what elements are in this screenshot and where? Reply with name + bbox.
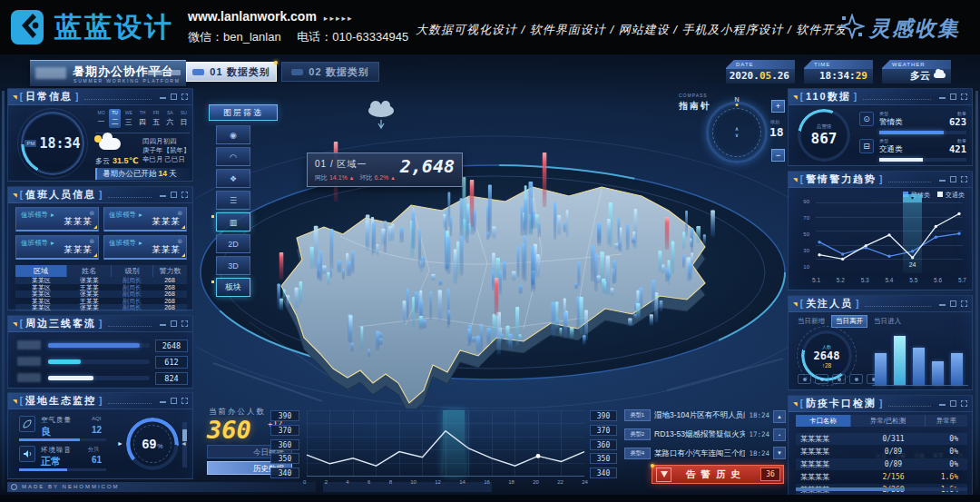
website-url[interactable]: www.lanlanwork.com (188, 9, 317, 24)
week-col-2[interactable]: WE三 (122, 109, 134, 128)
alert-row[interactable]: 类型2 RD13-53烟感报警疑似火灾 17:24 (624, 427, 769, 442)
alert-text: RD13-53烟感报警疑似火灾 (654, 429, 745, 440)
focus-bar-2 (913, 348, 925, 385)
focus-filter-icon[interactable] (832, 374, 846, 384)
layer-barchart-button[interactable]: ▥ (216, 212, 250, 231)
duty-table-row[interactable]: 某某区王某某副局长268 (15, 284, 187, 291)
focus-filter-icon[interactable] (815, 374, 828, 384)
expand-icon[interactable] (181, 398, 188, 404)
week-col-5[interactable]: SA六 (164, 109, 176, 128)
weekday-strip: MO一 TU二 WE三 TH四 FR五 SA六 SU日 (95, 109, 190, 128)
duty-leader-card[interactable]: 值班领导⊗某某某 (103, 235, 187, 260)
platform-subtitle: SUMMER WORKING PLATFORM (74, 78, 181, 84)
expand-icon[interactable] (961, 94, 967, 100)
panel-transit-flow: ◥[周边三线客流] 2648 612 824 (7, 315, 193, 389)
duty-table-row[interactable]: 某某区张某某副局长268 (15, 290, 187, 298)
layer-cluster-button[interactable]: ❖ (216, 169, 250, 188)
scroll-up-icon[interactable]: ▲ (773, 410, 786, 423)
alert-history-banner[interactable]: 告警历史 36 (652, 465, 784, 484)
expand-icon[interactable] (181, 192, 188, 198)
alert-row[interactable]: 类型4 某路口有小汽车连闯三个红灯 18:24 (624, 446, 769, 461)
duty-leader-card[interactable]: 值班领导⊗某某某 (15, 235, 99, 260)
window-icon[interactable] (950, 300, 956, 307)
minimize-icon[interactable] (939, 177, 946, 182)
office-count-value: 360 (207, 416, 251, 444)
redacted-line-label (17, 373, 41, 382)
active-dot-icon (274, 61, 278, 64)
week-col-0[interactable]: MO一 (95, 109, 107, 128)
layer-2d-button[interactable]: 2D (216, 234, 250, 253)
layer-poi-button[interactable]: ◉ (216, 125, 250, 144)
expand-icon[interactable] (961, 300, 967, 307)
layer-signal-button[interactable]: ◠ (216, 147, 250, 166)
focus-filter-icon[interactable] (849, 374, 863, 384)
redacted-line-label (17, 340, 41, 349)
duty-table-row[interactable]: 某某区张某某副局长268 (15, 277, 187, 284)
alert-scroll-controls: ▲ • ▼ (773, 410, 784, 465)
gauge-left-arrow-icon[interactable]: ► (117, 440, 123, 447)
tab-data-category-2[interactable]: 02 数据类别 (281, 62, 379, 82)
total-incidents-gauge: 总警情 867 (799, 111, 848, 160)
flow-bar-fill-1 (48, 359, 81, 364)
panel-title: 警情警力趋势 (806, 172, 877, 186)
minimize-icon[interactable] (939, 94, 946, 99)
week-col-3[interactable]: TH四 (136, 109, 148, 128)
duty-table-row[interactable]: 某某区王某某副局长268 (15, 298, 187, 305)
panel-daily-info: ◥[日常信息] PM 18:34 MO一 TU二 WE三 TH四 FR五 SA六… (7, 88, 193, 182)
scroll-dot-icon[interactable]: • (773, 428, 786, 441)
week-col-6[interactable]: SU日 (178, 109, 190, 128)
tab-data-category-1[interactable]: 01 数据类别 (186, 62, 277, 82)
window-icon[interactable] (171, 192, 177, 198)
window-icon[interactable] (950, 400, 956, 407)
layer-filter-toolbar: ◉ ◠ ❖ ☰ ▥ 2D 3D 板块 (216, 125, 250, 300)
tab-left-today[interactable]: 当日离开 (831, 315, 867, 328)
layer-list-button[interactable]: ☰ (216, 191, 250, 210)
flow-value: 2648 (155, 340, 188, 352)
duty-leader-card[interactable]: 值班领导⊗某某某 (103, 207, 187, 231)
layer-block-button[interactable]: 板块 (216, 278, 250, 297)
alert-row[interactable]: 类型1 湿地3-104片区有不明人员闯入 18:24 (624, 408, 769, 423)
cp-row-3[interactable]: 某某某某2/1561.6% (796, 471, 967, 483)
compass-dial[interactable]: N ∧∨ (706, 102, 768, 163)
minimize-icon[interactable] (160, 321, 166, 326)
window-icon[interactable] (950, 176, 956, 182)
bottom-strip (0, 495, 980, 502)
expand-icon[interactable] (181, 320, 188, 327)
minimize-icon[interactable] (939, 301, 946, 306)
panel-title: 值班人员信息 (25, 188, 96, 202)
zoom-in-button[interactable]: + (771, 100, 785, 113)
window-icon[interactable] (171, 320, 177, 327)
incident-type-row: ⊟ 类型交通类 数量421 (859, 138, 966, 165)
cp-row-2[interactable]: 某某某某0/890% (796, 458, 967, 470)
air-quality-status: 良 (41, 425, 51, 438)
minimize-icon[interactable] (939, 401, 946, 406)
expand-icon[interactable] (961, 400, 967, 407)
cloud-deco-icon (368, 101, 394, 128)
zoom-out-button[interactable]: − (771, 149, 785, 162)
noise-value: 61 (92, 455, 102, 465)
duty-table-row[interactable]: 某某区张某某副局长268 (15, 304, 187, 311)
week-col-4[interactable]: FR五 (151, 109, 162, 128)
layer-3d-button[interactable]: 3D (216, 256, 250, 275)
scroll-down-icon[interactable]: ▼ (773, 447, 786, 459)
window-icon[interactable] (171, 94, 177, 100)
expand-icon[interactable] (181, 94, 188, 100)
duty-leader-card[interactable]: 值班领导⊗某某某 (15, 207, 99, 231)
duty-table: 区域姓名级别警力数 某某区张某某副局长268 某某区王某某副局长268 某某区张… (15, 265, 187, 311)
minimize-icon[interactable] (160, 192, 166, 197)
window-icon[interactable] (950, 94, 956, 100)
gauge-slider[interactable] (182, 422, 187, 468)
website-line[interactable]: www.lanlanwork.com▸▸▸▸▸ (188, 9, 353, 24)
cp-row-0[interactable]: 某某某某0/3110% (796, 433, 967, 445)
mom-value: 6.2% (374, 174, 396, 181)
minimize-icon[interactable] (160, 94, 166, 99)
expand-icon[interactable] (961, 176, 967, 182)
week-col-1[interactable]: TU二 (109, 109, 121, 128)
focus-filter-icon[interactable] (798, 374, 811, 384)
cp-row-1[interactable]: 某某某某0/890% (796, 446, 967, 458)
tab-new-today[interactable]: 当日新增 (798, 317, 825, 326)
window-icon[interactable] (171, 398, 177, 404)
checkpoint-scrollbar[interactable] (796, 487, 967, 491)
minimize-icon[interactable] (160, 399, 166, 403)
panel-title: 日常信息 (25, 90, 73, 103)
